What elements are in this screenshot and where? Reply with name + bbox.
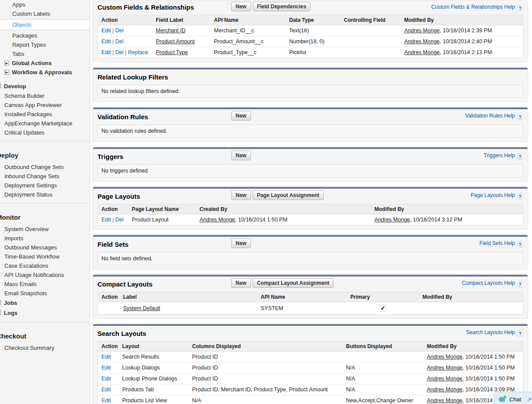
table-cell: Edit bbox=[98, 384, 119, 395]
data-link[interactable]: Andres Monge bbox=[427, 397, 462, 404]
sidebar-item-appexchange-marketplace[interactable]: AppExchange Marketplace bbox=[0, 119, 90, 128]
table-cell: Andres Monge, 10/16/2014 1:50 PM bbox=[424, 373, 523, 384]
sidebar-item-develop[interactable]: Develop bbox=[0, 81, 90, 91]
help-question-icon[interactable]: ? bbox=[517, 193, 523, 200]
new-button[interactable]: New bbox=[231, 190, 251, 200]
sidebar-item-jobs[interactable]: Jobs bbox=[0, 298, 90, 308]
action-link-edit[interactable]: Edit bbox=[101, 397, 111, 404]
action-link-edit[interactable]: Edit bbox=[101, 354, 111, 360]
table-row: EditProducts List ViewN/ANew,Accept,Chan… bbox=[98, 395, 523, 404]
sidebar-item-logs[interactable]: Logs bbox=[0, 308, 90, 318]
data-link[interactable]: System Default bbox=[123, 305, 160, 311]
setup-sidebar: AppsCustom LabelsObjectsPackagesReport T… bbox=[0, 0, 90, 404]
sidebar-item-schema-builder[interactable]: Schema Builder bbox=[0, 91, 90, 100]
field-dependencies-button[interactable]: Field Dependencies bbox=[253, 2, 311, 11]
action-link-edit[interactable]: Edit bbox=[101, 376, 111, 382]
data-link[interactable]: Merchant ID bbox=[156, 28, 186, 34]
new-button[interactable]: New bbox=[231, 111, 251, 121]
sidebar-item-checkout-summary[interactable]: Checkout Summary bbox=[0, 343, 90, 352]
sidebar-item-installed-packages[interactable]: Installed Packages bbox=[0, 110, 90, 119]
sidebar-item-email-snapshots[interactable]: Email Snapshots bbox=[0, 289, 90, 298]
section-help: Validation Rules Help? bbox=[465, 113, 523, 120]
help-link[interactable]: Compact Layouts Help bbox=[462, 280, 515, 286]
sidebar-item-outbound-messages[interactable]: Outbound Messages bbox=[0, 243, 90, 252]
section-help: Field Sets Help? bbox=[480, 240, 523, 248]
action-link-del[interactable]: Del bbox=[115, 38, 124, 45]
compact-layout-assignment-button[interactable]: Compact Layout Assignment bbox=[253, 278, 334, 288]
data-link[interactable]: Andres Monge bbox=[427, 354, 462, 360]
cell-text: N/A bbox=[346, 376, 355, 382]
expand-arrow-icon[interactable] bbox=[0, 83, 1, 88]
help-link[interactable]: Custom Fields & Relationships Help bbox=[431, 4, 515, 10]
sidebar-item-inbound-change-sets[interactable]: Inbound Change Sets bbox=[0, 172, 90, 181]
expand-arrow-icon[interactable]: ▶ bbox=[4, 70, 9, 75]
action-link-del[interactable]: Del bbox=[115, 217, 124, 223]
expand-arrow-icon[interactable] bbox=[0, 300, 1, 305]
action-link-edit[interactable]: Edit bbox=[101, 365, 111, 371]
sidebar-item-packages[interactable]: Packages bbox=[0, 31, 90, 40]
sidebar-item-report-types[interactable]: Report Types bbox=[0, 40, 90, 49]
action-link-del[interactable]: Del bbox=[115, 49, 124, 55]
new-button[interactable]: New bbox=[231, 151, 251, 160]
help-link[interactable]: Search Layouts Help bbox=[466, 329, 515, 335]
sidebar-item-system-overview[interactable]: System Overview bbox=[0, 224, 90, 234]
page-layout-assignment-button[interactable]: Page Layout Assignment bbox=[253, 190, 324, 200]
data-link[interactable]: Andres Monge bbox=[427, 365, 462, 371]
action-link-replace[interactable]: Replace bbox=[128, 49, 148, 55]
sidebar-item-outbound-change-sets[interactable]: Outbound Change Sets bbox=[0, 162, 90, 172]
expand-arrow-icon[interactable] bbox=[0, 310, 1, 315]
sidebar-item-time-based-workflow[interactable]: Time-Based Workflow bbox=[0, 252, 90, 261]
cell-text: , 10/16/2014 2:40 PM bbox=[440, 38, 492, 45]
sidebar-item-objects[interactable]: Objects bbox=[0, 19, 90, 30]
sidebar-item-global-actions[interactable]: ▶Global Actions bbox=[0, 59, 90, 68]
column-header: Action bbox=[98, 204, 129, 214]
sidebar-item-api-usage-notifications[interactable]: API Usage Notifications bbox=[0, 270, 90, 280]
data-link[interactable]: Andres Monge bbox=[427, 376, 462, 382]
action-link-edit[interactable]: Edit bbox=[101, 49, 111, 55]
help-link[interactable]: Page Layouts Help bbox=[471, 192, 515, 198]
sidebar-item-custom-labels[interactable]: Custom Labels bbox=[0, 9, 90, 18]
sidebar-item-apps[interactable]: Apps bbox=[0, 0, 90, 9]
sidebar-item-workflow-approvals[interactable]: ▶Workflow & Approvals bbox=[0, 68, 90, 77]
help-question-icon[interactable]: ? bbox=[517, 153, 523, 160]
action-link-edit[interactable]: Edit bbox=[101, 217, 111, 223]
sidebar-item-label: Logs bbox=[4, 310, 17, 316]
action-link-edit[interactable]: Edit bbox=[101, 387, 111, 393]
sidebar-item-case-escalations[interactable]: Case Escalations bbox=[0, 261, 90, 270]
sidebar-item-mass-emails[interactable]: Mass Emails bbox=[0, 280, 90, 289]
help-question-icon[interactable]: ? bbox=[517, 241, 523, 248]
sidebar-item-deployment-status[interactable]: Deployment Status bbox=[0, 190, 90, 199]
table-row: Edit | DelMerchant IDMerchant_ID__cText(… bbox=[98, 25, 523, 36]
data-link[interactable]: Andres Monge bbox=[404, 28, 440, 34]
data-link[interactable]: Product Type bbox=[156, 49, 188, 55]
new-button[interactable]: New bbox=[231, 238, 251, 248]
sidebar-item-tabs[interactable]: Tabs bbox=[0, 49, 90, 59]
data-link[interactable]: Andres Monge bbox=[427, 387, 462, 393]
section-buttons: New bbox=[231, 238, 253, 248]
expand-arrow-icon[interactable]: ▶ bbox=[4, 61, 9, 66]
chat-widget[interactable]: Chat ↗ bbox=[494, 392, 532, 404]
help-question-icon[interactable]: ? bbox=[517, 330, 523, 337]
data-link[interactable]: Andres Monge bbox=[404, 49, 440, 55]
help-link[interactable]: Field Sets Help bbox=[480, 240, 515, 246]
sidebar-item-deployment-settings[interactable]: Deployment Settings bbox=[0, 181, 90, 190]
data-link[interactable]: Andres Monge bbox=[200, 217, 235, 223]
sidebar-item-critical-updates[interactable]: Critical Updates bbox=[0, 128, 90, 137]
action-link-edit[interactable]: Edit bbox=[101, 28, 111, 34]
sidebar-item-imports[interactable]: Imports bbox=[0, 234, 90, 243]
data-link[interactable]: Andres Monge bbox=[375, 217, 410, 223]
action-link-edit[interactable]: Edit bbox=[101, 38, 111, 45]
action-link-del[interactable]: Del bbox=[115, 28, 124, 34]
data-link[interactable]: Andres Monge bbox=[404, 38, 440, 45]
chat-label: Chat bbox=[509, 396, 527, 403]
new-button[interactable]: New bbox=[231, 278, 251, 288]
help-question-icon[interactable]: ? bbox=[517, 114, 523, 120]
separator: | bbox=[111, 217, 115, 223]
help-link[interactable]: Validation Rules Help bbox=[465, 113, 515, 119]
data-link[interactable]: Product Amount bbox=[156, 38, 195, 45]
help-question-icon[interactable]: ? bbox=[517, 281, 523, 287]
sidebar-item-canvas-app-previewer[interactable]: Canvas App Previewer bbox=[0, 100, 90, 110]
new-button[interactable]: New bbox=[231, 2, 251, 11]
help-question-icon[interactable]: ? bbox=[517, 5, 523, 11]
help-link[interactable]: Triggers Help bbox=[483, 152, 515, 159]
